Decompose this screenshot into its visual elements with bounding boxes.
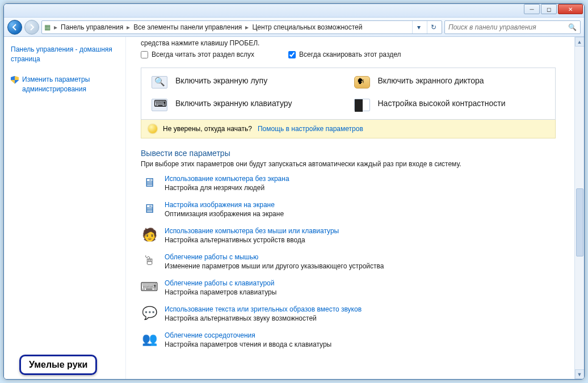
option-icon: 👥: [141, 331, 158, 347]
option-icon: 🖱: [141, 253, 158, 269]
scroll-track[interactable]: [575, 47, 585, 369]
refresh-button[interactable]: ↻: [427, 21, 439, 33]
checkbox-scan-label: Всегда сканировать этот раздел: [299, 50, 401, 58]
hint-question: Не уверены, откуда начать?: [163, 125, 252, 133]
all-settings-section: Вывести все параметры При выборе этих па…: [141, 149, 556, 348]
address-dropdown-button[interactable]: ▾: [412, 21, 425, 33]
scrollbar[interactable]: ▲ ▼: [574, 37, 584, 379]
checkbox-read-aloud-input[interactable]: [141, 51, 148, 58]
option-icon: 🧑: [141, 227, 158, 243]
lightbulb-icon: [148, 124, 157, 133]
arrow-right-icon: [28, 24, 35, 31]
magnifier-icon: [152, 76, 167, 89]
option-link[interactable]: Облегчение работы с клавиатурой: [165, 279, 276, 287]
checkbox-read-aloud[interactable]: Всегда читать этот раздел вслух: [141, 50, 254, 58]
main-panel: средства нажмите клавишу ПРОБЕЛ. Всегда …: [125, 37, 584, 379]
scroll-thumb[interactable]: [576, 188, 583, 256]
option-row-3: 🖱Облегчение работы с мышьюИзменение пара…: [141, 253, 556, 270]
option-link[interactable]: Облегчение работы с мышью: [165, 253, 384, 261]
option-desc: Настройка альтернативных устройств ввода: [165, 236, 339, 244]
narrator-icon: [354, 76, 370, 89]
option-desc: Настройка альтернативных звуку возможнос…: [165, 314, 362, 322]
quick-keyboard[interactable]: Включить экранную клавиатуру: [152, 99, 343, 111]
quick-access-panel: Включить экранную лупу Включить экранног…: [141, 68, 556, 120]
option-link[interactable]: Использование компьютера без мыши или кл…: [165, 227, 339, 235]
contrast-icon: [354, 99, 370, 111]
arrow-left-icon: [11, 24, 18, 31]
forward-button[interactable]: [24, 20, 39, 35]
option-row-5: 💬Использование текста или зрительных обр…: [141, 305, 556, 322]
top-truncated-text: средства нажмите клавишу ПРОБЕЛ. Всегда …: [126, 37, 567, 64]
option-desc: Настройка параметров чтения и ввода с кл…: [165, 340, 331, 348]
breadcrumb-1[interactable]: Панель управления: [61, 23, 123, 31]
minimize-button[interactable]: ─: [524, 4, 540, 14]
breadcrumb-sep: ▸: [53, 23, 58, 31]
option-link[interactable]: Использование текста или зрительных обра…: [165, 305, 362, 313]
control-panel-icon: ▦: [44, 23, 51, 31]
sidebar-admin-label[interactable]: Изменить параметры администрирования: [22, 75, 119, 95]
breadcrumb-sep: ▸: [125, 23, 131, 31]
quick-narrator[interactable]: Включить экранного диктора: [354, 76, 545, 89]
breadcrumb-2[interactable]: Все элементы панели управления: [133, 23, 242, 31]
hint-link[interactable]: Помощь в настройке параметров: [258, 125, 363, 133]
shield-icon: [11, 76, 19, 84]
checkbox-scan-input[interactable]: [288, 51, 296, 58]
sidebar: Панель управления - домашняя страница Из…: [4, 37, 125, 379]
option-row-6: 👥Облегчение сосредоточенияНастройка пара…: [141, 331, 556, 348]
content-area: Панель управления - домашняя страница Из…: [4, 37, 584, 379]
option-row-4: ⌨Облегчение работы с клавиатуройНастройк…: [141, 279, 556, 296]
back-button[interactable]: [7, 20, 22, 35]
truncated-line: средства нажмите клавишу ПРОБЕЛ.: [141, 39, 556, 47]
maximize-button[interactable]: ◻: [541, 4, 557, 14]
option-link[interactable]: Использование компьютера без экрана: [165, 175, 289, 183]
section-subtitle: При выборе этих параметров они будут зап…: [141, 160, 556, 168]
breadcrumb-3[interactable]: Центр специальных возможностей: [252, 23, 362, 31]
quick-contrast[interactable]: Настройка высокой контрастности: [354, 99, 545, 111]
address-bar[interactable]: ▦ ▸ Панель управления ▸ Все элементы пан…: [41, 20, 442, 34]
scroll-up-button[interactable]: ▲: [575, 37, 585, 47]
option-desc: Изменение параметров мыши или другого ук…: [165, 262, 384, 270]
close-button[interactable]: ✕: [558, 4, 583, 14]
checkbox-scan[interactable]: Всегда сканировать этот раздел: [288, 50, 401, 58]
option-desc: Настройка параметров клавиатуры: [165, 288, 276, 296]
watermark-badge: Умелые руки: [19, 355, 97, 375]
option-row-2: 🧑Использование компьютера без мыши или к…: [141, 227, 556, 244]
option-icon: 🖥: [141, 175, 158, 191]
section-title: Вывести все параметры: [141, 149, 556, 158]
search-input[interactable]: [448, 23, 565, 31]
option-icon: 🖥: [141, 201, 158, 217]
option-desc: Оптимизация изображения на экране: [165, 210, 284, 218]
quick-magnifier[interactable]: Включить экранную лупу: [152, 76, 343, 89]
sidebar-admin-link[interactable]: Изменить параметры администрирования: [11, 75, 119, 95]
hint-bar: Не уверены, откуда начать? Помощь в наст…: [141, 120, 556, 138]
sidebar-home-link[interactable]: Панель управления - домашняя страница: [11, 45, 119, 65]
breadcrumb-sep: ▸: [244, 23, 250, 31]
quick-keyboard-label: Включить экранную клавиатуру: [175, 99, 292, 109]
quick-narrator-label: Включить экранного диктора: [378, 76, 484, 86]
option-link[interactable]: Настройка изображения на экране: [165, 201, 284, 209]
search-icon[interactable]: 🔍: [568, 23, 577, 31]
option-icon: 💬: [141, 305, 158, 321]
option-desc: Настройка для незрячих людей: [165, 184, 289, 192]
option-link[interactable]: Облегчение сосредоточения: [165, 331, 331, 339]
keyboard-icon: [152, 99, 167, 111]
search-box[interactable]: 🔍: [444, 20, 581, 34]
option-row-1: 🖥Настройка изображения на экранеОптимиза…: [141, 201, 556, 218]
navbar: ▦ ▸ Панель управления ▸ Все элементы пан…: [4, 18, 584, 37]
quick-contrast-label: Настройка высокой контрастности: [378, 99, 506, 109]
titlebar: ─ ◻ ✕: [4, 4, 584, 18]
checkbox-read-aloud-label: Всегда читать этот раздел вслух: [152, 50, 254, 58]
option-row-0: 🖥Использование компьютера без экранаНаст…: [141, 175, 556, 192]
quick-magnifier-label: Включить экранную лупу: [175, 76, 267, 86]
window: ─ ◻ ✕ ▦ ▸ Панель управления ▸ Все элемен…: [3, 3, 585, 380]
scroll-down-button[interactable]: ▼: [575, 369, 585, 379]
option-icon: ⌨: [141, 279, 158, 295]
sidebar-home-label[interactable]: Панель управления - домашняя страница: [11, 45, 119, 65]
